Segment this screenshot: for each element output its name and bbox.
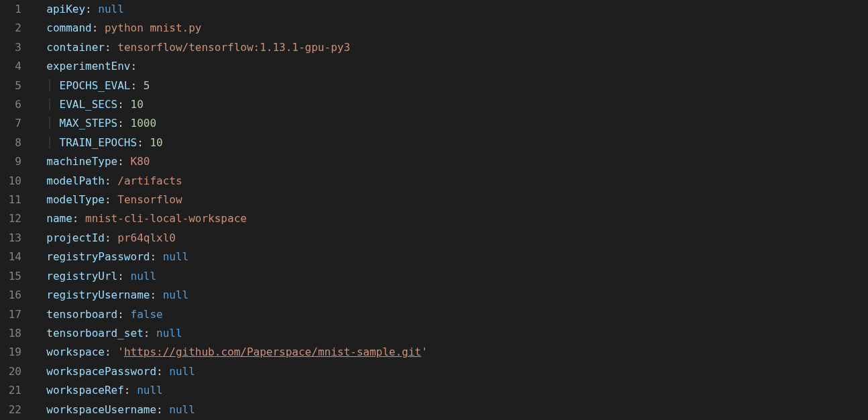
code-content[interactable]: apiKey: null bbox=[34, 0, 868, 19]
yaml-value: 5 bbox=[144, 79, 150, 92]
yaml-colon: : bbox=[105, 193, 111, 206]
code-line[interactable]: 22 workspaceUsername: null bbox=[0, 401, 868, 419]
code-line[interactable]: 1 apiKey: null bbox=[0, 0, 868, 19]
code-content[interactable]: │ MAX_STEPS: 1000 bbox=[34, 114, 868, 133]
line-number: 22 bbox=[0, 401, 34, 419]
code-content[interactable]: │ EVAL_SECS: 10 bbox=[34, 95, 868, 114]
indent bbox=[34, 288, 46, 301]
indent-guide: │ bbox=[34, 136, 60, 149]
code-content[interactable]: modelType: Tensorflow bbox=[34, 191, 868, 209]
yaml-value: 10 bbox=[150, 136, 162, 149]
code-content[interactable]: workspaceUsername: null bbox=[34, 401, 868, 419]
yaml-key: EPOCHS_EVAL bbox=[60, 79, 131, 92]
code-content[interactable]: container: tensorflow/tensorflow:1.13.1-… bbox=[34, 38, 868, 57]
line-number: 17 bbox=[0, 305, 34, 324]
code-content[interactable]: name: mnist-cli-local-workspace bbox=[34, 209, 868, 228]
yaml-key: tensorboard bbox=[46, 308, 117, 321]
yaml-colon: : bbox=[131, 79, 138, 92]
code-line[interactable]: 13 projectId: pr64qlxl0 bbox=[0, 229, 868, 248]
code-line[interactable]: 4 experimentEnv: bbox=[0, 57, 868, 76]
indent bbox=[34, 21, 46, 34]
line-number: 14 bbox=[0, 248, 34, 266]
yaml-key: experimentEnv bbox=[46, 60, 130, 72]
code-line[interactable]: 16 registryUsername: null bbox=[0, 286, 868, 305]
yaml-colon: : bbox=[105, 346, 111, 358]
code-content[interactable]: registryUsername: null bbox=[34, 286, 868, 305]
code-content[interactable]: │ EPOCHS_EVAL: 5 bbox=[34, 76, 868, 95]
code-content[interactable]: machineType: K80 bbox=[34, 152, 868, 171]
code-line[interactable]: 17 tensorboard: false bbox=[0, 305, 868, 324]
code-content[interactable]: projectId: pr64qlxl0 bbox=[34, 229, 868, 248]
indent bbox=[34, 327, 46, 339]
code-content[interactable]: workspacePassword: null bbox=[34, 362, 868, 381]
yaml-colon: : bbox=[105, 174, 111, 187]
code-line[interactable]: 14 registryPassword: null bbox=[0, 248, 868, 266]
code-line[interactable]: 21 workspaceRef: null bbox=[0, 381, 868, 400]
code-line[interactable]: 9 machineType: K80 bbox=[0, 152, 868, 171]
code-content[interactable]: tensorboard: false bbox=[34, 305, 868, 324]
line-number: 4 bbox=[0, 57, 34, 76]
code-line[interactable]: 12 name: mnist-cli-local-workspace bbox=[0, 209, 868, 228]
line-number: 12 bbox=[0, 209, 34, 228]
yaml-key: tensorboard_set bbox=[46, 327, 144, 339]
indent bbox=[34, 250, 46, 263]
indent bbox=[34, 270, 46, 282]
yaml-key: workspaceUsername bbox=[46, 403, 156, 416]
yaml-key: modelType bbox=[46, 193, 105, 206]
line-number: 5 bbox=[0, 76, 34, 95]
yaml-colon: : bbox=[150, 250, 156, 263]
code-line[interactable]: 11 modelType: Tensorflow bbox=[0, 191, 868, 209]
yaml-colon: : bbox=[131, 60, 138, 72]
indent-guide: │ bbox=[34, 117, 60, 129]
yaml-value: /artifacts bbox=[117, 174, 182, 187]
yaml-colon: : bbox=[117, 308, 124, 321]
code-line[interactable]: 18 tensorboard_set: null bbox=[0, 324, 868, 343]
code-content[interactable]: registryPassword: null bbox=[34, 248, 868, 266]
indent bbox=[34, 174, 46, 187]
code-content[interactable]: command: python mnist.py bbox=[34, 19, 868, 38]
line-number: 16 bbox=[0, 286, 34, 305]
indent bbox=[34, 308, 46, 321]
yaml-key: registryUrl bbox=[46, 270, 117, 282]
line-number: 10 bbox=[0, 172, 34, 191]
yaml-value-link[interactable]: https://github.com/Paperspace/mnist-samp… bbox=[124, 346, 421, 358]
line-number: 1 bbox=[0, 0, 34, 19]
code-line[interactable]: 15 registryUrl: null bbox=[0, 267, 868, 286]
line-number: 18 bbox=[0, 324, 34, 343]
yaml-value: null bbox=[156, 327, 182, 339]
yaml-colon: : bbox=[144, 327, 150, 339]
code-content[interactable]: experimentEnv: bbox=[34, 57, 868, 76]
code-line[interactable]: 5 │ EPOCHS_EVAL: 5 bbox=[0, 76, 868, 95]
yaml-key: command bbox=[46, 21, 91, 34]
code-line[interactable]: 6 │ EVAL_SECS: 10 bbox=[0, 95, 868, 114]
yaml-colon: : bbox=[105, 231, 111, 244]
line-number: 13 bbox=[0, 229, 34, 248]
code-line[interactable]: 2 command: python mnist.py bbox=[0, 19, 868, 38]
code-content[interactable]: │ TRAIN_EPOCHS: 10 bbox=[34, 134, 868, 152]
code-editor[interactable]: 1 apiKey: null2 command: python mnist.py… bbox=[0, 0, 868, 419]
yaml-value: null bbox=[137, 384, 163, 397]
code-line[interactable]: 3 container: tensorflow/tensorflow:1.13.… bbox=[0, 38, 868, 57]
yaml-key: name bbox=[46, 212, 72, 225]
yaml-value: null bbox=[163, 288, 189, 301]
yaml-value: python mnist.py bbox=[105, 21, 202, 34]
yaml-key: workspacePassword bbox=[46, 365, 156, 378]
code-line[interactable]: 7 │ MAX_STEPS: 1000 bbox=[0, 114, 868, 133]
code-content[interactable]: tensorboard_set: null bbox=[34, 324, 868, 343]
yaml-colon: : bbox=[72, 212, 79, 225]
code-line[interactable]: 19 workspace: 'https://github.com/Papers… bbox=[0, 343, 868, 362]
yaml-key: modelPath bbox=[46, 174, 105, 187]
yaml-key: container bbox=[46, 41, 105, 54]
code-line[interactable]: 20 workspacePassword: null bbox=[0, 362, 868, 381]
code-content[interactable]: workspace: 'https://github.com/Paperspac… bbox=[34, 343, 868, 362]
indent bbox=[34, 3, 46, 15]
string-quote: ' bbox=[117, 346, 124, 358]
indent bbox=[34, 155, 46, 168]
code-content[interactable]: workspaceRef: null bbox=[34, 381, 868, 400]
code-content[interactable]: modelPath: /artifacts bbox=[34, 172, 868, 191]
indent bbox=[34, 231, 46, 244]
line-number: 6 bbox=[0, 95, 34, 114]
code-line[interactable]: 10 modelPath: /artifacts bbox=[0, 172, 868, 191]
code-content[interactable]: registryUrl: null bbox=[34, 267, 868, 286]
code-line[interactable]: 8 │ TRAIN_EPOCHS: 10 bbox=[0, 134, 868, 152]
